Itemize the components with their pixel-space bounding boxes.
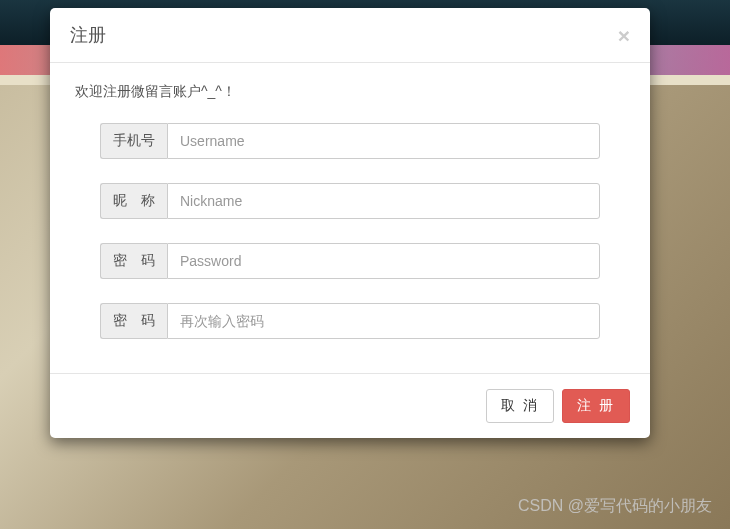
password-input[interactable] xyxy=(167,243,600,279)
register-modal: 注册 × 欢迎注册微留言账户^_^！ 手机号 昵 称 密 码 密 码 xyxy=(50,8,650,438)
phone-label: 手机号 xyxy=(100,123,167,159)
modal-header: 注册 × xyxy=(50,8,650,63)
password-label: 密 码 xyxy=(100,243,167,279)
modal-title: 注册 xyxy=(70,23,106,47)
nickname-input[interactable] xyxy=(167,183,600,219)
form-group-password: 密 码 xyxy=(75,243,625,279)
modal-body: 欢迎注册微留言账户^_^！ 手机号 昵 称 密 码 密 码 xyxy=(50,63,650,373)
submit-button[interactable]: 注 册 xyxy=(562,389,630,423)
watermark: CSDN @爱写代码的小朋友 xyxy=(518,496,712,517)
nickname-label: 昵 称 xyxy=(100,183,167,219)
form-group-nickname: 昵 称 xyxy=(75,183,625,219)
form-group-phone: 手机号 xyxy=(75,123,625,159)
phone-input[interactable] xyxy=(167,123,600,159)
form-group-password-confirm: 密 码 xyxy=(75,303,625,339)
welcome-text: 欢迎注册微留言账户^_^！ xyxy=(75,83,625,101)
cancel-button[interactable]: 取 消 xyxy=(486,389,554,423)
password-confirm-label: 密 码 xyxy=(100,303,167,339)
password-confirm-input[interactable] xyxy=(167,303,600,339)
modal-footer: 取 消 注 册 xyxy=(50,373,650,438)
close-icon[interactable]: × xyxy=(618,25,630,46)
